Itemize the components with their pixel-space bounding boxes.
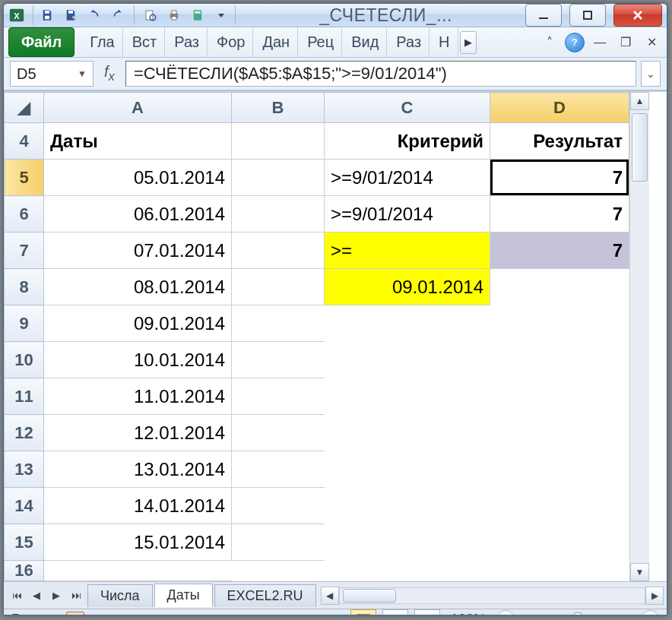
tab-first-icon[interactable]: ⏮ — [7, 586, 27, 606]
formula-input[interactable]: =СЧЁТЕСЛИ($A$5:$A$15;">=9/01/2014") — [125, 61, 636, 87]
cell[interactable] — [232, 232, 325, 269]
name-box[interactable]: D5 ▼ — [10, 61, 94, 87]
doc-close-icon[interactable]: ✕ — [641, 34, 662, 51]
ribbon-tab-review[interactable]: Рец — [300, 27, 342, 57]
ribbon-overflow-icon[interactable]: ▶ — [460, 31, 477, 54]
save-as-icon[interactable] — [60, 5, 81, 26]
undo-icon[interactable] — [84, 5, 105, 26]
cell[interactable]: 15.01.2014 — [44, 524, 232, 561]
cell[interactable]: >= — [325, 232, 490, 269]
cell[interactable]: 07.01.2014 — [44, 232, 232, 269]
zoom-out-icon[interactable]: − — [496, 610, 515, 615]
cell[interactable]: 09.01.2014 — [44, 305, 232, 342]
tab-next-icon[interactable]: ▶ — [46, 586, 66, 606]
scroll-track[interactable] — [630, 110, 649, 563]
scroll-track[interactable] — [339, 587, 645, 604]
fx-icon[interactable]: fx — [98, 63, 121, 84]
ribbon-tab-data[interactable]: Дан — [255, 27, 298, 57]
row-header[interactable]: 14 — [5, 488, 44, 524]
row-header[interactable]: 16 — [5, 561, 44, 581]
col-header-B[interactable]: B — [232, 93, 325, 123]
cell[interactable] — [325, 524, 490, 561]
cell[interactable] — [490, 524, 629, 561]
minimize-button[interactable] — [525, 4, 562, 27]
cell[interactable] — [232, 160, 325, 196]
vertical-scrollbar[interactable]: ▲ ▼ — [629, 92, 649, 581]
cell[interactable]: 12.01.2014 — [44, 415, 232, 451]
cell[interactable] — [490, 415, 629, 451]
cell[interactable] — [325, 342, 490, 378]
cell[interactable] — [490, 561, 629, 581]
cell[interactable] — [325, 451, 490, 488]
row-header[interactable]: 7 — [5, 232, 44, 269]
ribbon-tab-pagelayout[interactable]: Раз — [166, 27, 208, 57]
scroll-up-icon[interactable]: ▲ — [630, 92, 649, 110]
cell[interactable] — [325, 488, 490, 524]
sheet-tab[interactable]: Числа — [87, 584, 153, 607]
name-box-dropdown-icon[interactable]: ▼ — [78, 68, 87, 79]
cell[interactable] — [232, 415, 325, 451]
doc-restore-icon[interactable]: ❐ — [615, 34, 636, 51]
cell[interactable]: 05.01.2014 — [44, 160, 232, 196]
calc-icon[interactable] — [187, 5, 208, 26]
view-page-break-icon[interactable] — [414, 609, 440, 615]
cell[interactable] — [325, 378, 490, 415]
row-header[interactable]: 15 — [5, 524, 44, 561]
cell[interactable]: 11.01.2014 — [44, 378, 232, 415]
row-header[interactable]: 9 — [5, 305, 44, 342]
spreadsheet[interactable]: ◢ A B C D 4 Даты Критерий Результат 5 05… — [4, 92, 629, 581]
cell[interactable] — [232, 451, 325, 488]
ribbon-minimize-icon[interactable]: ˄ — [539, 34, 560, 51]
cell[interactable] — [490, 269, 629, 305]
sheet-tab-active[interactable]: Даты — [154, 584, 213, 607]
cell[interactable] — [490, 451, 629, 488]
col-header-A[interactable]: A — [44, 93, 232, 123]
macro-record-icon[interactable] — [66, 612, 84, 615]
cell[interactable] — [490, 378, 629, 415]
cell[interactable] — [325, 415, 490, 451]
cell[interactable] — [232, 378, 325, 415]
cell[interactable] — [232, 342, 325, 378]
file-tab[interactable]: Файл — [8, 27, 74, 57]
zoom-knob[interactable] — [574, 612, 582, 615]
quick-print-icon[interactable] — [163, 5, 185, 26]
cell[interactable] — [325, 305, 490, 342]
cell[interactable] — [325, 561, 490, 581]
cell[interactable]: Критерий — [325, 123, 490, 160]
save-icon[interactable] — [36, 5, 58, 26]
tab-prev-icon[interactable]: ◀ — [27, 586, 46, 606]
row-header[interactable]: 6 — [5, 196, 44, 232]
row-header[interactable]: 5 — [5, 160, 44, 196]
ribbon-tab-addins[interactable]: Н — [431, 27, 458, 57]
cell[interactable]: 14.01.2014 — [44, 488, 232, 524]
ribbon-tab-view[interactable]: Вид — [344, 27, 387, 57]
select-all-corner[interactable]: ◢ — [5, 93, 44, 123]
row-header[interactable]: 10 — [5, 342, 44, 378]
col-header-C[interactable]: C — [325, 93, 490, 123]
row-header[interactable]: 4 — [5, 123, 44, 160]
doc-minimize-icon[interactable]: — — [589, 34, 610, 51]
redo-icon[interactable] — [107, 5, 128, 26]
scroll-right-icon[interactable]: ▶ — [645, 587, 664, 605]
cell[interactable] — [232, 196, 325, 232]
close-button[interactable] — [613, 4, 662, 27]
col-header-D[interactable]: D — [490, 93, 629, 123]
scroll-left-icon[interactable]: ◀ — [321, 587, 339, 605]
cell[interactable]: 09.01.2014 — [325, 269, 490, 305]
cell[interactable] — [44, 561, 232, 581]
row-header[interactable]: 11 — [5, 378, 44, 415]
ribbon-tab-formulas[interactable]: Фор — [209, 27, 253, 57]
ribbon-tab-insert[interactable]: Вст — [125, 27, 166, 57]
scroll-down-icon[interactable]: ▼ — [630, 563, 649, 581]
cell[interactable]: Результат — [490, 123, 629, 160]
cell[interactable]: 7 — [490, 196, 629, 232]
scroll-thumb[interactable] — [632, 113, 648, 182]
cell[interactable]: 13.01.2014 — [44, 451, 232, 488]
cell[interactable]: 10.01.2014 — [44, 342, 232, 378]
zoom-in-icon[interactable]: + — [641, 610, 659, 615]
print-preview-icon[interactable] — [140, 5, 161, 26]
row-header[interactable]: 13 — [5, 451, 44, 488]
cell[interactable]: >=9/01/2014 — [325, 160, 490, 196]
cell[interactable] — [232, 488, 325, 524]
cell[interactable] — [490, 305, 629, 342]
